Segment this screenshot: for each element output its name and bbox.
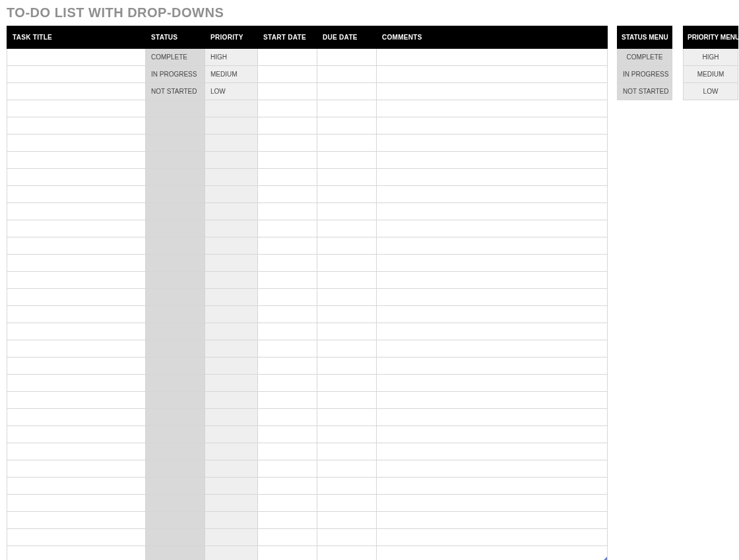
comments-cell[interactable]	[377, 83, 608, 100]
start-date-cell[interactable]	[258, 220, 317, 237]
task-title-cell[interactable]	[7, 426, 146, 443]
task-title-cell[interactable]	[7, 66, 146, 83]
task-title-cell[interactable]	[7, 152, 146, 169]
start-date-cell[interactable]	[258, 392, 317, 409]
priority-menu-item[interactable]: HIGH	[684, 49, 738, 66]
comments-cell[interactable]	[377, 100, 608, 117]
status-cell[interactable]	[146, 169, 205, 186]
due-date-cell[interactable]	[317, 478, 377, 495]
due-date-cell[interactable]	[317, 100, 377, 117]
comments-cell[interactable]	[377, 135, 608, 152]
task-title-cell[interactable]	[7, 409, 146, 426]
priority-cell[interactable]	[205, 392, 258, 409]
comments-cell[interactable]	[377, 495, 608, 512]
priority-cell[interactable]	[205, 135, 258, 152]
due-date-cell[interactable]	[317, 460, 377, 478]
due-date-cell[interactable]	[317, 83, 377, 100]
due-date-cell[interactable]	[317, 220, 377, 237]
task-title-cell[interactable]	[7, 203, 146, 220]
due-date-cell[interactable]	[317, 186, 377, 203]
comments-cell[interactable]	[377, 409, 608, 426]
due-date-cell[interactable]	[317, 340, 377, 358]
comments-cell[interactable]	[377, 49, 608, 66]
comments-cell[interactable]	[377, 220, 608, 237]
start-date-cell[interactable]	[258, 478, 317, 495]
priority-cell[interactable]	[205, 203, 258, 220]
status-cell[interactable]: NOT STARTED	[146, 83, 205, 100]
comments-cell[interactable]	[377, 443, 608, 460]
start-date-cell[interactable]	[258, 495, 317, 512]
comments-cell[interactable]	[377, 237, 608, 255]
start-date-cell[interactable]	[258, 83, 317, 100]
priority-cell[interactable]: LOW	[205, 83, 258, 100]
start-date-cell[interactable]	[258, 255, 317, 272]
task-title-cell[interactable]	[7, 237, 146, 255]
comments-cell[interactable]	[377, 323, 608, 340]
status-cell[interactable]	[146, 392, 205, 409]
task-title-cell[interactable]	[7, 100, 146, 117]
priority-cell[interactable]	[205, 306, 258, 323]
task-title-cell[interactable]	[7, 289, 146, 306]
status-cell[interactable]	[146, 426, 205, 443]
comments-cell[interactable]	[377, 66, 608, 83]
start-date-cell[interactable]	[258, 237, 317, 255]
priority-cell[interactable]	[205, 323, 258, 340]
priority-cell[interactable]	[205, 512, 258, 529]
due-date-cell[interactable]	[317, 409, 377, 426]
start-date-cell[interactable]	[258, 100, 317, 117]
start-date-cell[interactable]	[258, 169, 317, 186]
status-cell[interactable]: IN PROGRESS	[146, 66, 205, 83]
priority-cell[interactable]	[205, 478, 258, 495]
due-date-cell[interactable]	[317, 358, 377, 375]
task-title-cell[interactable]	[7, 255, 146, 272]
priority-cell[interactable]	[205, 100, 258, 117]
comments-cell[interactable]	[377, 546, 608, 561]
start-date-cell[interactable]	[258, 358, 317, 375]
start-date-cell[interactable]	[258, 306, 317, 323]
priority-cell[interactable]	[205, 375, 258, 392]
due-date-cell[interactable]	[317, 323, 377, 340]
priority-cell[interactable]: MEDIUM	[205, 66, 258, 83]
status-cell[interactable]	[146, 203, 205, 220]
comments-cell[interactable]	[377, 186, 608, 203]
priority-cell[interactable]	[205, 117, 258, 135]
priority-cell[interactable]	[205, 358, 258, 375]
status-cell[interactable]	[146, 460, 205, 478]
start-date-cell[interactable]	[258, 66, 317, 83]
task-title-cell[interactable]	[7, 495, 146, 512]
start-date-cell[interactable]	[258, 49, 317, 66]
comments-cell[interactable]	[377, 478, 608, 495]
priority-cell[interactable]	[205, 237, 258, 255]
comments-cell[interactable]	[377, 460, 608, 478]
status-cell[interactable]	[146, 255, 205, 272]
due-date-cell[interactable]	[317, 529, 377, 546]
status-cell[interactable]	[146, 135, 205, 152]
comments-cell[interactable]	[377, 255, 608, 272]
start-date-cell[interactable]	[258, 426, 317, 443]
due-date-cell[interactable]	[317, 152, 377, 169]
status-cell[interactable]	[146, 358, 205, 375]
status-cell[interactable]	[146, 186, 205, 203]
due-date-cell[interactable]	[317, 546, 377, 561]
due-date-cell[interactable]	[317, 289, 377, 306]
start-date-cell[interactable]	[258, 152, 317, 169]
priority-cell[interactable]	[205, 529, 258, 546]
task-title-cell[interactable]	[7, 478, 146, 495]
start-date-cell[interactable]	[258, 186, 317, 203]
due-date-cell[interactable]	[317, 49, 377, 66]
priority-cell[interactable]: HIGH	[205, 49, 258, 66]
status-cell[interactable]	[146, 478, 205, 495]
task-title-cell[interactable]	[7, 392, 146, 409]
due-date-cell[interactable]	[317, 237, 377, 255]
start-date-cell[interactable]	[258, 272, 317, 289]
due-date-cell[interactable]	[317, 117, 377, 135]
status-menu-item[interactable]: IN PROGRESS	[618, 66, 672, 83]
comments-cell[interactable]	[377, 358, 608, 375]
priority-cell[interactable]	[205, 340, 258, 358]
status-cell[interactable]	[146, 323, 205, 340]
due-date-cell[interactable]	[317, 255, 377, 272]
start-date-cell[interactable]	[258, 460, 317, 478]
start-date-cell[interactable]	[258, 512, 317, 529]
status-cell[interactable]	[146, 495, 205, 512]
start-date-cell[interactable]	[258, 443, 317, 460]
